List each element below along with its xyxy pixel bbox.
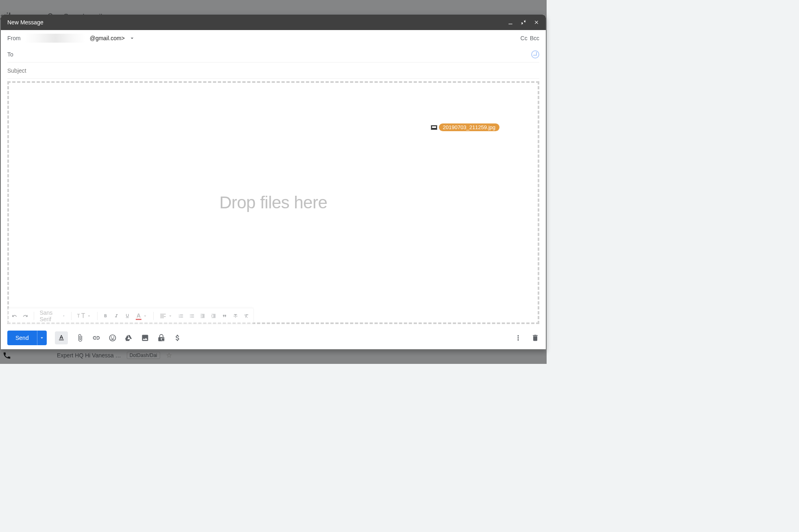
insert-link-icon[interactable] <box>92 334 100 342</box>
send-button[interactable]: Send <box>7 331 37 345</box>
dragged-file-name: 20190703_211259.jpg <box>439 123 499 131</box>
insert-money-icon[interactable] <box>174 334 182 342</box>
dropzone-text: Drop files here <box>219 193 328 212</box>
remove-formatting-icon[interactable] <box>244 312 249 320</box>
bcc-button[interactable]: Bcc <box>530 35 539 41</box>
svg-rect-0 <box>508 24 512 24</box>
insert-emoji-icon[interactable] <box>109 334 117 342</box>
attach-file-icon[interactable] <box>76 334 84 342</box>
align-button[interactable] <box>159 312 173 320</box>
font-dropdown-icon[interactable] <box>62 314 65 318</box>
compose-title: New Message <box>7 19 508 26</box>
from-dropdown-icon[interactable] <box>129 35 135 41</box>
text-color-button[interactable]: A <box>136 312 148 320</box>
bold-icon[interactable] <box>103 312 108 320</box>
italic-icon[interactable] <box>114 312 119 320</box>
from-address-masked <box>25 34 86 43</box>
to-field-row: To <box>7 46 539 63</box>
close-icon[interactable] <box>534 19 539 25</box>
indent-more-icon[interactable] <box>211 312 216 320</box>
from-domain-suffix: @gmail.com> <box>90 35 125 41</box>
formatting-toolbar: Sans Serif TT A <box>7 308 254 324</box>
send-button-group: Send <box>7 331 47 345</box>
discard-draft-icon[interactable] <box>531 334 539 342</box>
font-selector[interactable]: Sans Serif <box>39 309 56 322</box>
insert-photo-icon[interactable] <box>141 334 149 342</box>
insert-drive-icon[interactable] <box>125 334 133 342</box>
from-label: From <box>7 35 21 41</box>
compose-dialog: New Message From @gmail.com> Cc Bcc <box>1 15 546 349</box>
redo-icon[interactable] <box>23 312 28 320</box>
underline-icon[interactable] <box>125 312 130 320</box>
bulleted-list-icon[interactable] <box>189 312 195 320</box>
dragged-file: 20190703_211259.jpg <box>431 123 499 131</box>
compose-body[interactable]: Drop files here 20190703_211259.jpg Sans… <box>7 81 539 324</box>
file-dropzone[interactable]: Drop files here 20190703_211259.jpg <box>7 81 539 324</box>
to-label: To <box>7 51 13 58</box>
font-size-button[interactable]: TT <box>77 312 91 320</box>
undo-icon[interactable] <box>12 312 17 320</box>
send-options-dropdown[interactable] <box>37 331 47 345</box>
confidential-mode-icon[interactable] <box>157 334 165 342</box>
quote-icon[interactable] <box>222 312 227 320</box>
to-input[interactable] <box>17 51 527 58</box>
exit-fullscreen-icon[interactable] <box>521 19 526 25</box>
subject-input[interactable] <box>7 67 539 74</box>
schedule-icon[interactable] <box>531 50 539 58</box>
subject-field-row <box>7 63 539 79</box>
indent-less-icon[interactable] <box>200 312 205 320</box>
numbered-list-icon[interactable] <box>178 312 184 320</box>
more-options-icon[interactable] <box>514 334 522 342</box>
formatting-options-icon[interactable] <box>55 331 68 344</box>
minimize-icon[interactable] <box>508 19 513 25</box>
image-file-icon <box>431 125 437 130</box>
compose-header: New Message <box>1 15 546 30</box>
cc-button[interactable]: Cc <box>521 35 528 41</box>
from-field[interactable]: From @gmail.com> Cc Bcc <box>7 30 539 46</box>
strikethrough-icon[interactable] <box>233 312 238 320</box>
compose-toolbar: Send <box>1 327 546 349</box>
